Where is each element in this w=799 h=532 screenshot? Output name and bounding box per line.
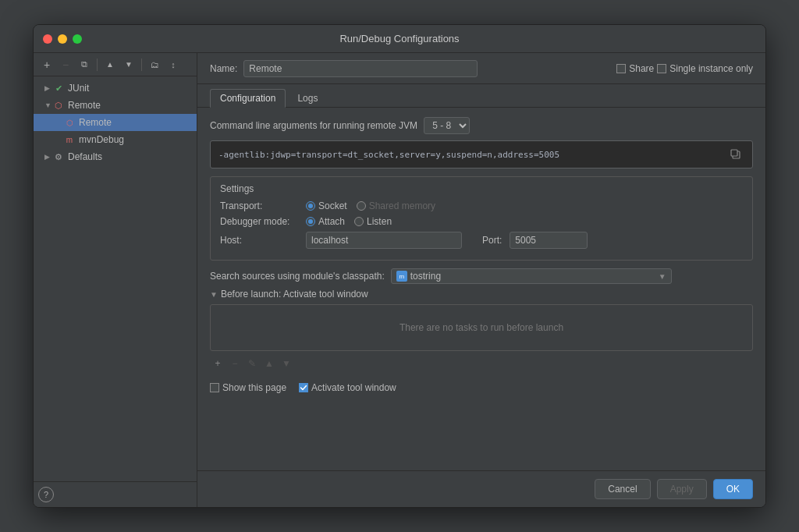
remove-config-button[interactable]: − xyxy=(57,56,74,73)
tab-configuration[interactable]: Configuration xyxy=(210,89,286,108)
single-instance-checkbox[interactable] xyxy=(657,64,666,73)
tree-label-defaults: Defaults xyxy=(68,151,102,162)
transport-radio-group: Socket Shared memory xyxy=(306,200,435,211)
socket-label: Socket xyxy=(318,200,347,211)
before-launch-toolbar: + − ✎ ▲ ▼ xyxy=(210,356,753,371)
bottom-checks: Show this page Activate tool window xyxy=(210,378,753,398)
single-instance-label[interactable]: Single instance only xyxy=(657,63,753,74)
before-launch-remove[interactable]: − xyxy=(227,356,243,371)
share-label[interactable]: Share xyxy=(616,63,654,74)
tree-arrow-remote: ▼ xyxy=(44,101,52,109)
tree-item-remote-group[interactable]: ▼ ⬡ Remote xyxy=(34,97,197,114)
radio-attach[interactable]: Attach xyxy=(306,216,345,227)
svg-rect-1 xyxy=(731,150,737,156)
before-launch-add[interactable]: + xyxy=(210,356,225,371)
titlebar: Run/Debug Configurations xyxy=(34,25,765,53)
show-this-page-label[interactable]: Show this page xyxy=(210,382,286,393)
port-input[interactable] xyxy=(510,232,588,249)
radio-listen[interactable]: Listen xyxy=(354,216,392,227)
help-button[interactable]: ? xyxy=(38,487,54,502)
window-title: Run/Debug Configurations xyxy=(339,33,459,44)
maven-icon: m xyxy=(63,133,76,146)
attach-label: Attach xyxy=(318,216,345,227)
sort-button[interactable]: ↕ xyxy=(165,56,182,73)
attach-radio[interactable] xyxy=(306,217,315,226)
ok-button[interactable]: OK xyxy=(713,479,753,499)
before-launch-arrow: ▼ xyxy=(210,290,218,299)
defaults-icon: ⚙ xyxy=(52,151,65,163)
footer: Cancel Apply OK xyxy=(197,470,765,507)
tree-arrow-junit: ▶ xyxy=(44,84,52,92)
name-input[interactable] xyxy=(243,60,478,77)
cmd-args-row: Command line arguments for running remot… xyxy=(210,117,753,134)
sidebar: + − ⧉ ▲ ▼ 🗂 ↕ ▶ ✔ JUnit ▼ xyxy=(34,53,197,507)
shared-memory-label: Shared memory xyxy=(369,200,435,211)
tree-item-defaults[interactable]: ▶ ⚙ Defaults xyxy=(34,148,197,165)
classpath-label: Search sources using module's classpath: xyxy=(210,271,385,282)
cancel-button[interactable]: Cancel xyxy=(595,479,650,499)
config-body: Command line arguments for running remot… xyxy=(197,108,765,470)
close-button[interactable] xyxy=(43,34,52,44)
port-label: Port: xyxy=(482,235,502,246)
tab-logs[interactable]: Logs xyxy=(287,89,328,107)
before-launch-empty-text: There are no tasks to run before launch xyxy=(400,322,563,333)
activate-tool-window-label[interactable]: Activate tool window xyxy=(299,382,396,393)
transport-label: Transport: xyxy=(220,200,298,211)
share-checkbox[interactable] xyxy=(616,64,626,73)
add-config-button[interactable]: + xyxy=(38,56,55,73)
remote-group-icon: ⬡ xyxy=(52,99,65,112)
tree-item-junit[interactable]: ▶ ✔ JUnit xyxy=(34,80,197,97)
radio-socket[interactable]: Socket xyxy=(306,200,347,211)
folder-button[interactable]: 🗂 xyxy=(146,56,163,73)
before-launch-section: ▼ Before launch: Activate tool window Th… xyxy=(210,289,753,371)
debugger-mode-label: Debugger mode: xyxy=(220,216,298,227)
socket-radio[interactable] xyxy=(306,201,315,211)
show-this-page-checkbox[interactable] xyxy=(210,383,219,392)
tree-item-mvndebug[interactable]: m mvnDebug xyxy=(34,131,197,148)
tree-label-junit: JUnit xyxy=(68,83,89,94)
minimize-button[interactable] xyxy=(58,34,67,44)
version-select[interactable]: 5 - 8 9+ xyxy=(424,117,470,134)
settings-title: Settings xyxy=(220,183,743,194)
window-controls xyxy=(43,34,82,44)
tree-label-mvndebug: mvnDebug xyxy=(79,134,124,145)
sidebar-toolbar: + − ⧉ ▲ ▼ 🗂 ↕ xyxy=(34,53,197,76)
before-launch-title: Before launch: Activate tool window xyxy=(221,289,368,300)
sort-down-button[interactable]: ▼ xyxy=(120,56,137,73)
tree-label-remote: Remote xyxy=(79,117,112,128)
settings-group: Settings Transport: Socket Shared memory xyxy=(210,176,753,261)
radio-shared-memory[interactable]: Shared memory xyxy=(357,200,435,211)
run-debug-configurations-dialog: Run/Debug Configurations + − ⧉ ▲ ▼ 🗂 ↕ ▶… xyxy=(33,24,766,508)
junit-icon: ✔ xyxy=(52,82,65,94)
copy-cmdline-button[interactable] xyxy=(727,146,744,163)
cmd-line-text: -agentlib:jdwp=transport=dt_socket,serve… xyxy=(218,150,727,160)
name-label: Name: xyxy=(210,63,237,74)
classpath-select[interactable]: m tostring ▼ xyxy=(391,268,672,284)
before-launch-box: There are no tasks to run before launch xyxy=(210,304,753,351)
remote-item-icon: ⬡ xyxy=(63,116,76,129)
debugger-mode-row: Debugger mode: Attach Listen xyxy=(220,216,743,227)
config-tree: ▶ ✔ JUnit ▼ ⬡ Remote ⬡ Remote xyxy=(34,76,197,481)
before-launch-edit[interactable]: ✎ xyxy=(244,356,260,371)
activate-tool-window-checkbox[interactable] xyxy=(299,383,308,392)
tree-item-remote[interactable]: ⬡ Remote xyxy=(34,114,197,131)
content-header: Name: Share Single instance only xyxy=(197,53,765,84)
before-launch-header[interactable]: ▼ Before launch: Activate tool window xyxy=(210,289,753,300)
before-launch-up[interactable]: ▲ xyxy=(261,356,277,371)
tree-label-remote-group: Remote xyxy=(68,100,101,111)
module-icon: m xyxy=(396,271,407,282)
maximize-button[interactable] xyxy=(73,34,82,44)
tree-arrow-defaults: ▶ xyxy=(44,153,52,161)
host-label: Host: xyxy=(220,235,298,246)
copy-config-button[interactable]: ⧉ xyxy=(76,56,93,73)
transport-row: Transport: Socket Shared memory xyxy=(220,200,743,211)
apply-button[interactable]: Apply xyxy=(657,479,707,499)
separator-2 xyxy=(141,59,142,71)
cmd-args-label: Command line arguments for running remot… xyxy=(210,120,417,131)
listen-radio[interactable] xyxy=(354,217,364,226)
host-port-row: Host: Port: xyxy=(220,232,743,249)
host-input[interactable] xyxy=(306,232,462,249)
shared-memory-radio[interactable] xyxy=(357,201,366,211)
before-launch-down[interactable]: ▼ xyxy=(279,356,294,371)
sort-up-button[interactable]: ▲ xyxy=(101,56,119,73)
